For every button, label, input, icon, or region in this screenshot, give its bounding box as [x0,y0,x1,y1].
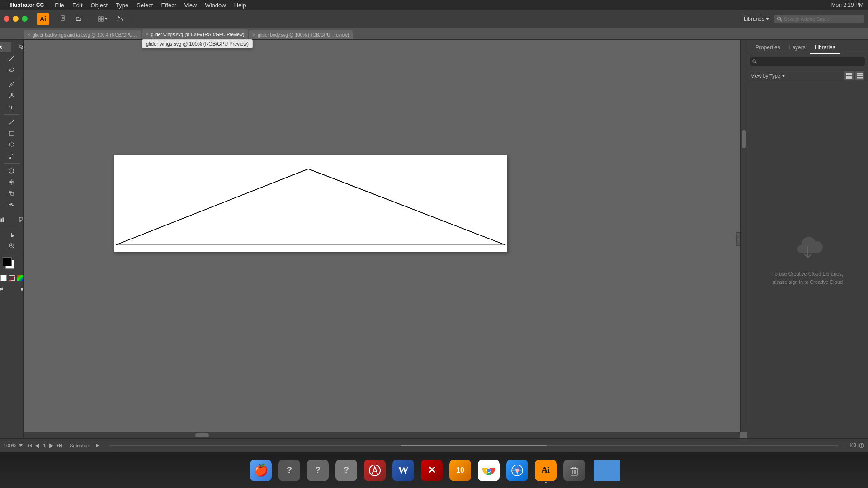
arrange-button[interactable] [95,14,110,23]
assignment-window-thumbnail[interactable] [594,460,620,481]
page-number: 1 [43,443,46,448]
tab-layers[interactable]: Layers [785,42,810,54]
close-button[interactable] [4,16,9,22]
new-doc-button[interactable] [57,14,69,24]
dock-ten-app[interactable]: 10 [447,457,473,483]
menu-window[interactable]: Window [201,1,229,9]
maximize-button[interactable] [22,16,28,22]
dock-word-app[interactable]: W [390,457,416,483]
menu-file[interactable]: File [51,1,68,9]
dock-illustrator[interactable]: Ai [533,457,559,483]
app-name-menu: Illustrator CC [9,2,44,8]
svg-point-7 [778,17,781,20]
h-scroll-indicator [109,445,838,446]
graph-tool[interactable] [0,214,11,225]
tab-close-backwings[interactable]: ✕ [27,33,31,37]
v-scrollbar-thumb[interactable] [742,130,746,148]
v-scrollbar[interactable] [740,40,747,432]
dock-safari[interactable] [504,457,530,483]
status-expand[interactable]: ▶ [96,442,99,448]
ellipse-tool[interactable] [2,139,22,150]
menu-edit[interactable]: Edit [69,1,86,9]
last-page-button[interactable]: ⏭ [56,442,63,449]
tab-close-body[interactable]: ✕ [252,33,256,37]
tab-libraries[interactable]: Libraries [810,42,840,54]
fg-color-swatch[interactable] [3,257,12,266]
menu-effect[interactable]: Effect [157,1,179,9]
color-swatches [2,256,22,272]
tab-properties[interactable]: Properties [751,42,785,54]
reflect-tool[interactable] [2,177,22,188]
zoom-chevron[interactable] [19,444,23,447]
gradient-swatch[interactable] [17,275,23,281]
essentials-button[interactable]: Libraries [744,16,769,22]
view-type-label[interactable]: View by Type [751,73,780,79]
menu-type[interactable]: Type [112,1,132,9]
warp-tool[interactable] [2,199,22,210]
dock-app-1[interactable]: ? [276,457,302,483]
panel-search-area [747,54,868,69]
svg-line-26 [13,247,14,249]
color-modes [0,274,24,282]
svg-line-34 [755,62,757,64]
pen-tool[interactable] [2,79,22,90]
menu-select[interactable]: Select [133,1,156,9]
svg-point-51 [487,469,491,472]
white-swatch[interactable] [0,275,7,281]
rotate-tool[interactable] [2,165,22,176]
next-page-button[interactable]: ▶ [48,442,55,449]
dock-chrome[interactable] [476,457,502,483]
search-stock-input[interactable] [774,15,864,23]
curvature-tool[interactable] [2,90,22,101]
h-scrollbar-thumb[interactable] [195,433,209,437]
apply-color-button[interactable]: ■ [12,283,24,294]
magic-wand-tool[interactable] [2,53,22,64]
swap-colors-button[interactable]: ⇄ [0,283,11,294]
dock-app-2[interactable]: ? [305,457,331,483]
minimize-button[interactable] [13,16,19,22]
dock-app-3[interactable]: ? [333,457,359,483]
apple-logo:  [5,1,7,9]
dock-cursor-app[interactable] [362,457,388,483]
status-bar: 100% ⏮ ◀ 1 ▶ ⏭ Selection ▶ — KB [0,438,868,452]
zoom-level[interactable]: 100% [4,443,16,448]
lasso-tool[interactable] [2,64,22,75]
grid-view-button[interactable] [844,71,854,80]
panel-search-input[interactable] [750,57,865,66]
svg-line-20 [10,192,11,192]
menu-object[interactable]: Object [87,1,112,9]
h-scrollbar[interactable] [24,432,740,438]
list-view-button[interactable] [855,71,864,80]
scale-tool[interactable] [2,188,22,199]
sep-t1 [4,77,20,77]
first-page-button[interactable]: ⏮ [25,442,33,449]
direct-selection-tool[interactable] [12,42,24,52]
open-doc-button[interactable] [73,14,85,24]
svg-rect-24 [3,218,4,222]
dock-xmind-app[interactable]: ✕ [419,457,445,483]
prev-page-button[interactable]: ◀ [34,442,40,449]
h-scroll-thumb[interactable] [401,445,546,446]
none-swatch[interactable] [9,275,15,281]
sep2 [131,14,131,23]
cloud-icon [792,235,824,263]
bar-chart-tool[interactable] [12,214,24,225]
zoom-tool[interactable] [2,240,22,251]
selection-tool[interactable] [0,42,11,52]
panel-collapse-handle[interactable]: ‹ [736,232,740,246]
hand-tool[interactable] [2,229,22,240]
rectangle-tool[interactable] [2,128,22,139]
transform-button[interactable] [114,14,126,24]
tab-body[interactable]: ✕ glider body.svg @ 100% (RGB/GPU Previe… [249,30,353,39]
line-segment-tool[interactable] [2,117,22,127]
paintbrush-tool[interactable] [2,150,22,161]
dock-trash[interactable] [561,457,587,483]
tab-backwings[interactable]: ✕ glider backwings and tail.svg @ 100% (… [24,30,141,39]
dock-finder[interactable]: 🍎 [248,457,274,483]
view-type-chevron[interactable] [782,75,785,77]
tab-close-wings[interactable]: ✕ [146,32,149,37]
type-tool[interactable]: T [2,102,22,113]
menu-help[interactable]: Help [231,1,250,9]
tab-wings[interactable]: ✕ glider wings.svg @ 100% (RGB/GPU Previ… [142,29,248,39]
menu-view[interactable]: View [180,1,200,9]
